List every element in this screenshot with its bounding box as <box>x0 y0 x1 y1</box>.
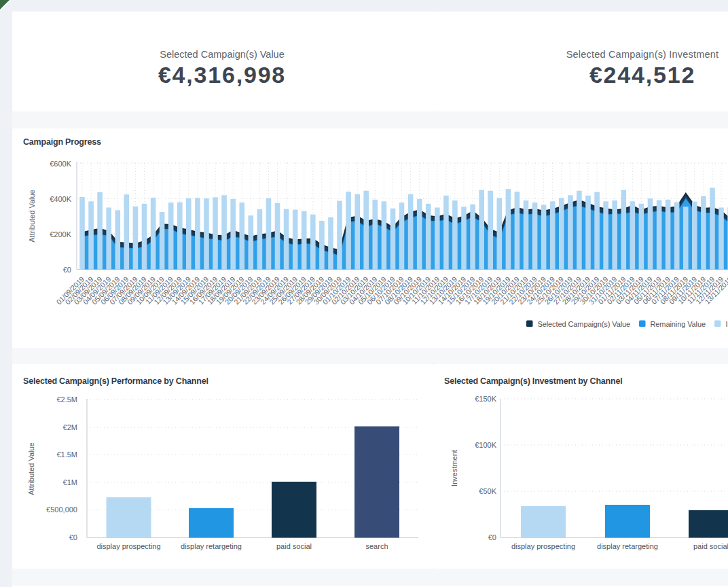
svg-text:€0: €0 <box>488 533 496 541</box>
svg-text:€0: €0 <box>63 266 71 274</box>
svg-text:Investment: Investment <box>450 450 458 486</box>
svg-text:€244,512: €244,512 <box>589 62 695 88</box>
svg-text:€1M: €1M <box>63 478 77 486</box>
svg-text:Attributed Value: Attributed Value <box>27 442 35 495</box>
svg-text:Attributed Value: Attributed Value <box>28 190 36 242</box>
svg-text:€0: €0 <box>69 533 77 541</box>
svg-text:Remaining Value: Remaining Value <box>651 320 706 328</box>
svg-text:€4,316,998: €4,316,998 <box>158 62 286 88</box>
svg-text:Selected Campaign(s) Investmen: Selected Campaign(s) Investment by Chann… <box>444 376 623 386</box>
svg-text:€50K: €50K <box>479 487 496 495</box>
svg-text:Selected Campaign(s) Value: Selected Campaign(s) Value <box>160 49 285 60</box>
svg-text:paid social: paid social <box>276 542 312 550</box>
svg-text:search: search <box>365 542 388 550</box>
svg-text:display prospecting: display prospecting <box>511 542 575 550</box>
svg-text:€600K: €600K <box>50 160 71 168</box>
svg-text:display prospecting: display prospecting <box>96 542 160 550</box>
svg-text:€100K: €100K <box>475 441 496 449</box>
svg-text:€200K: €200K <box>50 230 71 238</box>
svg-text:€500,000: €500,000 <box>46 505 77 514</box>
svg-text:display retargeting: display retargeting <box>597 542 658 550</box>
svg-text:€2M: €2M <box>63 423 77 431</box>
svg-text:€400K: €400K <box>50 195 71 203</box>
svg-text:€2.5M: €2.5M <box>56 395 77 404</box>
svg-text:Selected Campaign(s) Performan: Selected Campaign(s) Performance by Chan… <box>23 376 208 386</box>
svg-text:€150K: €150K <box>475 395 496 403</box>
svg-text:Campaign Progress: Campaign Progress <box>23 137 101 147</box>
svg-text:Investment: Investment <box>726 320 728 328</box>
svg-text:paid social: paid social <box>693 542 728 550</box>
svg-text:Selected Campaign(s) Value: Selected Campaign(s) Value <box>538 320 631 328</box>
svg-text:Selected Campaign(s) Investmen: Selected Campaign(s) Investment <box>566 49 719 60</box>
svg-text:€1.5M: €1.5M <box>56 450 77 459</box>
svg-text:display retargeting: display retargeting <box>181 542 242 550</box>
